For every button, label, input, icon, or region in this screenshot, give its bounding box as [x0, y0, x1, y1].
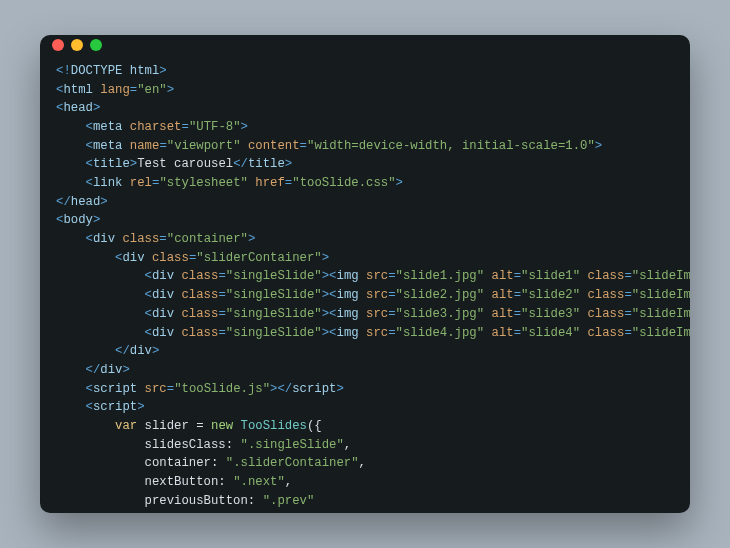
- code-editor[interactable]: <!DOCTYPE html> <html lang="en"> <head> …: [40, 56, 690, 513]
- minimize-icon[interactable]: [71, 39, 83, 51]
- maximize-icon[interactable]: [90, 39, 102, 51]
- titlebar: [40, 35, 690, 56]
- close-icon[interactable]: [52, 39, 64, 51]
- code-window: <!DOCTYPE html> <html lang="en"> <head> …: [40, 35, 690, 513]
